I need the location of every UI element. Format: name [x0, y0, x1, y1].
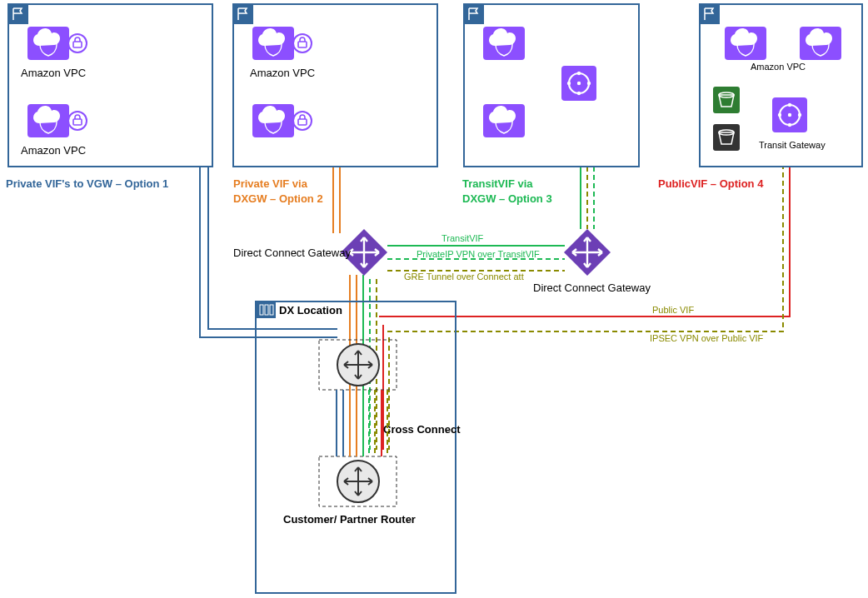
customer-router-label: Customer/ Partner Router [283, 513, 416, 526]
lock-icon [68, 34, 87, 52]
cross-connect-label: Cross Connect [383, 423, 461, 436]
s3-green-icon [713, 87, 740, 113]
transit-gateway-icon [561, 66, 596, 101]
lock-icon [293, 112, 312, 130]
transit-gateway-icon [772, 97, 807, 132]
vpc-icon [483, 27, 525, 60]
gre-label: GRE Tunnel over Connect att [404, 272, 524, 282]
option-4-label: PublicVIF – Option 4 [658, 177, 764, 190]
lock-icon [293, 34, 312, 52]
flag-icon [8, 4, 28, 24]
dxgw-icon [564, 229, 611, 276]
dx-location-label: DX Location [279, 304, 342, 316]
s3-black-icon [713, 124, 740, 151]
region-3 [464, 4, 639, 167]
region-4: Amazon VPC Transit Gateway [700, 4, 862, 167]
router-icon [337, 344, 379, 386]
ipsec-label: IPSEC VPN over Public VIF [650, 333, 764, 343]
tgw-label: Transit Gateway [759, 140, 826, 150]
router-icon [337, 461, 379, 502]
option-2-label-2: DXGW – Option 2 [233, 192, 323, 205]
transitvif-label: TransitVIF [441, 233, 484, 243]
flag-icon [700, 4, 720, 24]
flag-icon [464, 4, 484, 24]
vpc-icon [483, 104, 525, 137]
option-3-label-2: DXGW – Option 3 [462, 192, 552, 205]
privateip-vpn-label: PrivateIP VPN over TransitVIF [417, 249, 540, 259]
flag-icon [233, 4, 253, 24]
option-1-label: Private VIF's to VGW – Option 1 [6, 177, 168, 190]
option-2-label-1: Private VIF via [233, 177, 308, 190]
dx-location: DX Location Cross Connect Customer/ Part… [256, 301, 461, 593]
vpc-icon [252, 27, 294, 60]
public-vif-label: Public VIF [652, 305, 694, 315]
vpc-label: Amazon VPC [21, 67, 86, 79]
diagram: Amazon VPC Amazon VPC Private VIF's to V… [0, 0, 868, 598]
lock-icon [68, 112, 87, 130]
region-1: Amazon VPC Amazon VPC [8, 4, 212, 167]
vpc-icon [800, 27, 841, 60]
dxgw-label: Direct Connect Gateway [533, 282, 651, 294]
vpc-icon [252, 104, 294, 137]
option-3-label-1: TransitVIF via [462, 177, 533, 190]
vpc-label: Amazon VPC [751, 62, 806, 72]
region-2: Amazon VPC [233, 4, 437, 167]
vpc-label: Amazon VPC [21, 144, 86, 157]
vpc-icon [725, 27, 766, 60]
vpc-label: Amazon VPC [250, 67, 315, 79]
vpc-icon [27, 104, 69, 137]
svg-rect-22 [256, 301, 276, 318]
dxgw-label: Direct Connect Gateway [233, 247, 351, 259]
vpc-icon [27, 27, 69, 60]
